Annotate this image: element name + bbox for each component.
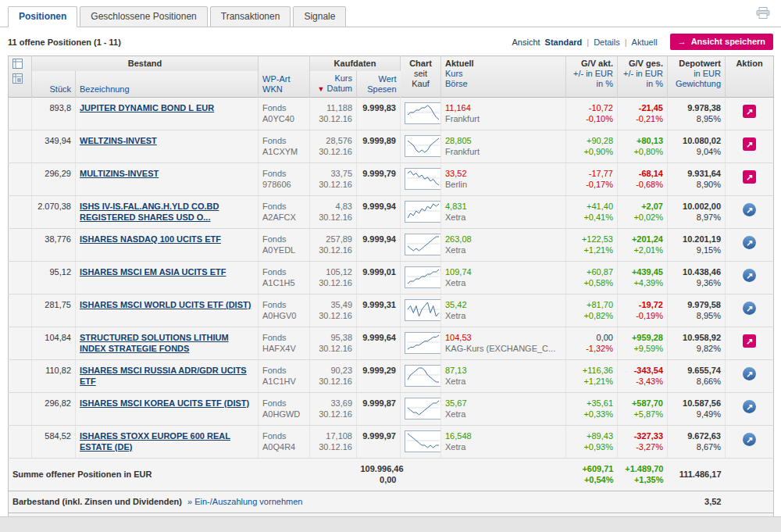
sparkline-chart[interactable] bbox=[405, 168, 442, 190]
header-bezeichnung[interactable]: Bezeichnung bbox=[76, 71, 259, 98]
sparkline-chart[interactable] bbox=[405, 398, 442, 420]
wpart-wkn-cell: FondsA1CXYM bbox=[259, 130, 310, 163]
header-spesen[interactable]: Spesen bbox=[361, 84, 397, 95]
action-arrow-icon[interactable]: ↗ bbox=[743, 400, 756, 413]
summary-depotwert: 111.486,17 bbox=[672, 469, 722, 480]
header-gv-akt-pct[interactable]: in % bbox=[570, 79, 613, 89]
sparkline-chart[interactable] bbox=[405, 234, 442, 255]
row-lead-cell bbox=[9, 163, 32, 196]
sparkline-chart[interactable] bbox=[405, 332, 442, 354]
kauf-wert-value: 9.999,87 bbox=[361, 398, 396, 409]
action-arrow-icon[interactable]: ↗ bbox=[743, 367, 756, 380]
position-name-link[interactable]: MULTIZINS-INVEST bbox=[80, 169, 159, 178]
header-gv-ges: G/V ges. +/- in EUR in % bbox=[618, 56, 668, 98]
view-separator: | bbox=[625, 37, 627, 47]
header-wpart-wkn: WP-Art WKN bbox=[259, 56, 310, 98]
action-arrow-icon[interactable]: ↗ bbox=[743, 170, 756, 184]
position-name-link[interactable]: JUPITER DYNAMIC BOND L EUR bbox=[80, 103, 214, 112]
position-shares: 2.070,38 bbox=[32, 196, 76, 229]
wert-spesen-cell: 9.999,89 bbox=[357, 130, 401, 163]
gv-akt-cell: +41,40+0,41% bbox=[566, 196, 618, 229]
save-view-button[interactable]: → Ansicht speichern bbox=[670, 34, 773, 50]
position-name-link[interactable]: ISHARES MSCI EM ASIA UCITS ETF bbox=[80, 267, 226, 277]
action-arrow-icon[interactable]: ↗ bbox=[743, 105, 756, 118]
depotwert-cell: 9.978,388,95% bbox=[668, 98, 726, 130]
gewichtung-value: 8,95% bbox=[672, 113, 721, 124]
print-icon[interactable] bbox=[756, 7, 770, 20]
sparkline-chart[interactable] bbox=[405, 365, 442, 387]
position-name-link[interactable]: STRUCTURED SOLUTIONS LITHIUM INDEX STRAT… bbox=[80, 333, 229, 353]
header-wp-art[interactable]: WP-Art bbox=[262, 74, 305, 84]
wkn-value: A0Q4R4 bbox=[262, 441, 305, 452]
tab-signale[interactable]: Signale bbox=[293, 6, 346, 27]
action-arrow-icon[interactable]: ↗ bbox=[743, 433, 756, 446]
gv-ges-pct-value: -3,43% bbox=[622, 376, 663, 387]
kauf-datum-value: 30.12.16 bbox=[314, 343, 352, 354]
collapse-positions-icon[interactable] bbox=[12, 73, 27, 86]
aktion-cell: ↗ bbox=[726, 426, 774, 459]
view-option-standard[interactable]: Standard bbox=[545, 37, 583, 47]
header-gv-ges-pct[interactable]: in % bbox=[622, 79, 663, 89]
expand-positions-icon[interactable] bbox=[12, 59, 27, 71]
sparkline-svg bbox=[406, 103, 440, 122]
gv-akt-cell: +89,43+0,93% bbox=[566, 426, 618, 459]
depotwert-cell: 10.002,008,97% bbox=[668, 196, 726, 229]
sparkline-chart[interactable] bbox=[405, 266, 442, 288]
header-gv-ges-eur[interactable]: +/- in EUR bbox=[622, 69, 663, 79]
position-name-link[interactable]: ISHARES STOXX EUROPE 600 REAL ESTATE (DE… bbox=[80, 431, 230, 452]
kauf-kurs-value: 105,12 bbox=[314, 266, 352, 277]
aktuell-kurs-value: 35,42 bbox=[445, 299, 562, 310]
sparkline-svg bbox=[406, 300, 440, 319]
sparkline-chart[interactable] bbox=[405, 430, 442, 452]
position-name-cell: ISHARES MSCI EM ASIA UCITS ETF bbox=[76, 262, 259, 295]
gv-ges-pct-value: +4,39% bbox=[622, 277, 663, 288]
header-wkn[interactable]: WKN bbox=[262, 84, 305, 95]
header-depotwert-eur[interactable]: in EUR bbox=[672, 69, 721, 79]
position-name-link[interactable]: ISHARES MSCI RUSSIA ADR/GDR UCITS ETF bbox=[80, 366, 247, 386]
gv-akt-pct-value: +0,58% bbox=[570, 277, 613, 288]
action-arrow-icon[interactable]: ↗ bbox=[743, 137, 756, 151]
tab-geschlossene-label: Geschlossene Positionen bbox=[91, 11, 196, 22]
action-arrow-icon[interactable]: ↗ bbox=[743, 203, 756, 216]
tab-transaktionen[interactable]: Transaktionen bbox=[210, 6, 291, 27]
sparkline-chart[interactable] bbox=[405, 201, 442, 223]
kauf-kurs-datum-cell: 95,3830.12.16 bbox=[310, 327, 357, 360]
wp-art-value: Fonds bbox=[262, 398, 305, 409]
header-gewichtung[interactable]: Gewichtung bbox=[672, 79, 721, 89]
cash-balance-label: Barbestand (inkl. Zinsen und Dividenden) bbox=[12, 497, 182, 506]
view-option-details[interactable]: Details bbox=[594, 37, 620, 47]
header-wert[interactable]: Wert bbox=[361, 74, 397, 84]
tab-geschlossene-positionen[interactable]: Geschlossene Positionen bbox=[80, 6, 207, 27]
row-lead-cell bbox=[9, 98, 32, 130]
position-name-link[interactable]: WELTZINS-INVEST bbox=[80, 136, 157, 145]
wkn-value: 978606 bbox=[262, 179, 305, 190]
header-boerse[interactable]: Börse bbox=[445, 79, 562, 89]
action-arrow-icon[interactable]: ↗ bbox=[743, 269, 756, 282]
action-arrow-icon[interactable]: ↗ bbox=[743, 334, 756, 348]
sparkline-chart[interactable] bbox=[405, 102, 442, 124]
position-name-cell: WELTZINS-INVEST bbox=[76, 130, 259, 163]
view-option-aktuell[interactable]: Aktuell bbox=[632, 37, 658, 47]
summary-wert-cell: 109.996,46 0,00 bbox=[357, 459, 401, 491]
position-name-cell: ISHARES MSCI RUSSIA ADR/GDR UCITS ETF bbox=[76, 360, 259, 393]
position-name-link[interactable]: ISHS IV-IS.FAL.ANG.H.YLD CO.BD REGISTERE… bbox=[80, 202, 219, 222]
position-name-link[interactable]: ISHARES MSCI WORLD UCITS ETF (DIST) bbox=[80, 300, 251, 309]
kauf-kurs-datum-cell: 105,1230.12.16 bbox=[310, 262, 357, 295]
action-arrow-icon[interactable]: ↗ bbox=[743, 236, 756, 249]
wp-art-value: Fonds bbox=[262, 430, 305, 441]
deposit-withdraw-link[interactable]: » Ein-/Auszahlung vornehmen bbox=[187, 497, 302, 506]
position-row: 893,8JUPITER DYNAMIC BOND L EURFondsA0YC… bbox=[9, 98, 774, 130]
header-stueck[interactable]: Stück bbox=[32, 71, 76, 98]
wert-spesen-cell: 9.999,97 bbox=[357, 426, 401, 459]
tab-positionen[interactable]: Positionen bbox=[8, 6, 77, 27]
aktion-cell: ↗ bbox=[726, 295, 774, 327]
header-gv-akt-eur[interactable]: +/- in EUR bbox=[570, 69, 613, 79]
position-name-link[interactable]: ISHARES MSCI KOREA UCITS ETF (DIST) bbox=[80, 398, 249, 408]
sparkline-chart[interactable] bbox=[405, 299, 442, 321]
sparkline-chart[interactable] bbox=[405, 135, 442, 157]
header-aktuell-kurs[interactable]: Kurs bbox=[445, 69, 562, 79]
header-datum[interactable]: ▼ Datum bbox=[314, 84, 352, 95]
header-kauf-kurs[interactable]: Kurs bbox=[314, 73, 352, 84]
action-arrow-icon[interactable]: ↗ bbox=[743, 302, 756, 315]
position-name-link[interactable]: ISHARES NASDAQ 100 UCITS ETF bbox=[80, 234, 221, 244]
